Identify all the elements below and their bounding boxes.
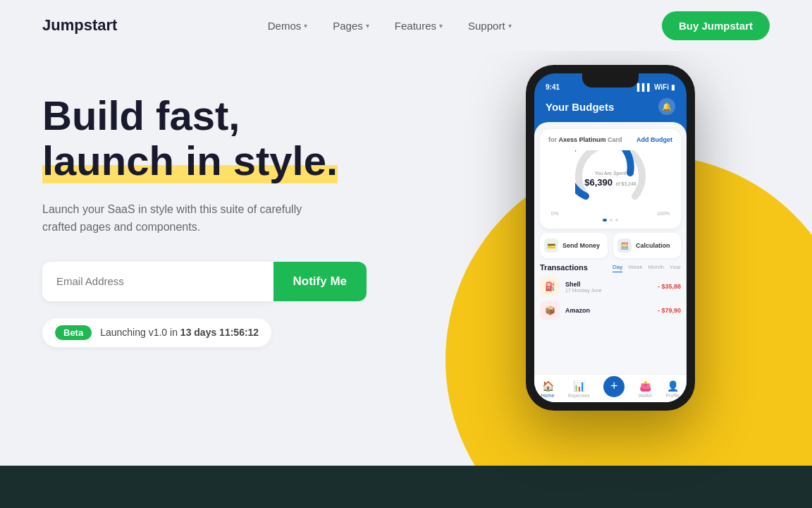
chevron-down-icon: ▾ xyxy=(304,22,307,30)
nav-item-pages[interactable]: Pages ▾ xyxy=(333,20,369,32)
dot-inactive-1 xyxy=(610,219,613,222)
send-money-button[interactable]: 💳 Send Money xyxy=(540,233,608,258)
beta-badge: Beta xyxy=(55,325,92,340)
send-money-icon: 💳 xyxy=(544,238,558,253)
profile-icon: 👤 xyxy=(667,380,679,392)
shell-logo: ⛽ xyxy=(540,277,560,296)
shell-name: Shell xyxy=(565,281,652,288)
calculation-icon: 🧮 xyxy=(617,238,632,253)
donut-dots xyxy=(548,219,672,222)
chevron-down-icon: ▾ xyxy=(508,22,512,30)
card-label: for Axess Platinum Card xyxy=(548,136,622,143)
spent-of: of $3,248 xyxy=(616,181,636,186)
nav-wallet[interactable]: 👛 Wallet xyxy=(639,380,652,398)
hero-left: Build fast, launch in style. Launch your… xyxy=(0,51,409,508)
donut-chart-area: You Are Spent $6,390 of $3,248 xyxy=(548,147,672,211)
transactions-header: Transactions Day Week Month Year xyxy=(540,262,681,272)
tab-month[interactable]: Month xyxy=(648,262,664,272)
donut-center: You Are Spent $6,390 of $3,248 xyxy=(584,171,636,188)
app-content: for Axess Platinum Card Add Budget xyxy=(534,122,687,402)
action-buttons: 💳 Send Money 🧮 Calculation xyxy=(534,233,687,262)
shell-info: Shell 17 Monday June xyxy=(565,281,652,293)
battery-icon: ▮ xyxy=(671,83,675,91)
wifi-icon: WiFi xyxy=(654,83,669,91)
amazon-name: Amazon xyxy=(565,307,652,314)
signal-icon: ▌▌▌ xyxy=(637,83,652,91)
add-budget-link[interactable]: Add Budget xyxy=(636,136,672,143)
phone-notch xyxy=(582,73,639,87)
amazon-info: Amazon xyxy=(565,307,652,314)
budget-card-header: for Axess Platinum Card Add Budget xyxy=(548,136,672,143)
donut-range: 0% 100% xyxy=(548,211,672,216)
nav-plus-button[interactable]: + xyxy=(603,376,625,397)
app-title: Your Budgets xyxy=(546,101,614,113)
tab-row: Day Week Month Year xyxy=(613,262,681,272)
hero-right: 9:41 ▌▌▌ WiFi ▮ Your Budgets 🔔 xyxy=(409,51,812,508)
chart-icon: 📊 xyxy=(573,380,585,392)
status-time: 9:41 xyxy=(546,83,560,91)
spent-label: You Are Spent xyxy=(584,171,636,176)
calculation-button[interactable]: 🧮 Calculation xyxy=(613,233,681,258)
transaction-amazon: 📦 Amazon - $79,90 xyxy=(540,301,681,320)
navbar: Jumpstart Demos ▾ Pages ▾ Features ▾ Sup… xyxy=(0,0,812,51)
nav-item-demos[interactable]: Demos ▾ xyxy=(268,20,308,32)
nav-links: Demos ▾ Pages ▾ Features ▾ Support ▾ xyxy=(268,20,512,32)
chevron-down-icon: ▾ xyxy=(366,22,369,30)
phone-mockup: 9:41 ▌▌▌ WiFi ▮ Your Budgets 🔔 xyxy=(526,65,695,411)
hero-section: Build fast, launch in style. Launch your… xyxy=(0,51,812,508)
budget-card: for Axess Platinum Card Add Budget xyxy=(540,129,681,229)
hero-title: Build fast, launch in style. xyxy=(42,93,367,183)
buy-button[interactable]: Buy Jumpstart xyxy=(662,11,770,40)
dot-inactive-2 xyxy=(615,219,618,222)
phone-screen: 9:41 ▌▌▌ WiFi ▮ Your Budgets 🔔 xyxy=(534,73,687,402)
email-input[interactable] xyxy=(42,262,273,301)
tab-day[interactable]: Day xyxy=(613,262,622,272)
spent-amount: $6,390 xyxy=(584,177,613,188)
beta-row: Beta Launching v1.0 in 13 days 11:56:12 xyxy=(42,318,271,347)
app-header: Your Budgets 🔔 xyxy=(534,95,687,122)
shell-date: 17 Monday June xyxy=(565,288,652,293)
transactions-section: Transactions Day Week Month Year ⛽ xyxy=(534,262,687,374)
hero-subtitle: Launch your SaaS in style with this suit… xyxy=(42,200,310,236)
shell-amount: - $35,88 xyxy=(658,283,681,290)
transaction-shell: ⛽ Shell 17 Monday June - $35,88 xyxy=(540,277,681,296)
nav-home[interactable]: 🏠 Home xyxy=(541,380,555,398)
logo: Jumpstart xyxy=(42,16,117,35)
tab-week[interactable]: Week xyxy=(628,262,642,272)
bottom-nav: 🏠 Home 📊 Expenses + 👛 Wallet xyxy=(534,374,687,402)
wallet-icon: 👛 xyxy=(639,380,651,392)
dot-active xyxy=(603,219,607,222)
launching-text: Launching v1.0 in 13 days 11:56:12 xyxy=(100,327,259,338)
nav-expenses[interactable]: 📊 Expenses xyxy=(568,380,590,398)
nav-item-support[interactable]: Support ▾ xyxy=(468,20,512,32)
home-icon: 🏠 xyxy=(542,380,554,392)
bell-icon: 🔔 xyxy=(658,98,675,115)
amazon-logo: 📦 xyxy=(540,301,560,320)
transactions-title: Transactions xyxy=(540,263,588,272)
status-icons: ▌▌▌ WiFi ▮ xyxy=(637,83,675,91)
amazon-amount: - $79,90 xyxy=(658,307,681,314)
tab-year[interactable]: Year xyxy=(670,262,681,272)
email-form: Notify Me xyxy=(42,262,367,301)
nav-profile[interactable]: 👤 Profile xyxy=(665,380,679,398)
notify-button[interactable]: Notify Me xyxy=(273,262,367,301)
chevron-down-icon: ▾ xyxy=(439,22,443,30)
nav-item-features[interactable]: Features ▾ xyxy=(395,20,443,32)
